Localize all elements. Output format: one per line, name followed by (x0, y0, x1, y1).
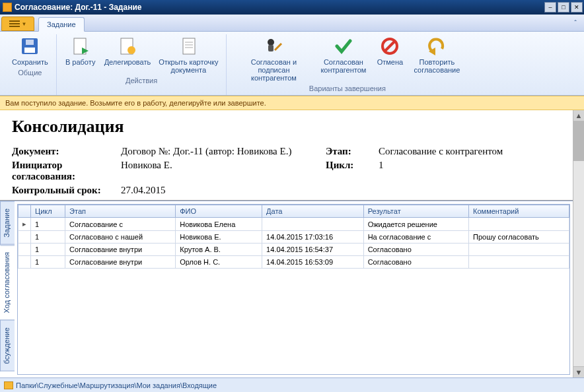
start-work-label: В работу (65, 58, 95, 66)
start-work-button[interactable]: В работу (61, 34, 100, 75)
col-comment[interactable]: Комментарий (469, 205, 569, 218)
folder-icon (4, 381, 13, 389)
row-indicator (18, 256, 31, 269)
forbidden-icon (379, 36, 400, 57)
svg-rect-2 (26, 40, 34, 45)
agreed-label: Согласован контрагентом (320, 58, 366, 74)
agreed-signed-label: Согласован и подписан контрагентом (235, 58, 312, 82)
approval-grid: Цикл Этап ФИО Дата Результат Комментарий… (17, 204, 570, 375)
agreed-button[interactable]: Согласован контрагентом (316, 34, 370, 83)
check-icon (333, 36, 354, 57)
cell-stage: Согласование внутри (65, 256, 176, 269)
delegate-button[interactable]: Делегировать (100, 34, 155, 75)
col-stage[interactable]: Этап (65, 205, 176, 218)
document-icon (178, 36, 199, 57)
open-card-button[interactable]: Открыть карточку документа (155, 34, 222, 75)
svg-rect-7 (183, 38, 195, 54)
minimize-button[interactable]: – (544, 2, 556, 13)
cell-comment: Прошу согласовать (469, 231, 569, 244)
ribbon: Сохранить Общие В работу Делегировать (0, 32, 584, 96)
repeat-button[interactable]: Повторить согласование (410, 34, 464, 83)
cell-comment (469, 244, 569, 256)
group-label-results: Варианты завершения (231, 83, 464, 95)
table-row[interactable]: 1Согласовано с нашейНовикова Е.14.04.201… (18, 231, 569, 244)
scroll-up-icon[interactable]: ▲ (573, 110, 584, 121)
scroll-thumb[interactable] (573, 121, 584, 161)
col-date[interactable]: Дата (262, 205, 364, 218)
side-tab-progress[interactable]: Ход согласования (0, 245, 15, 320)
scrollbar[interactable]: ▲ ▼ (573, 110, 584, 377)
svg-line-14 (384, 41, 395, 51)
cell-date: 14.04.2015 17:03:16 (262, 231, 364, 244)
scroll-down-icon[interactable]: ▼ (573, 366, 584, 377)
svg-rect-1 (24, 48, 35, 53)
svg-rect-12 (268, 45, 274, 51)
row-indicator (18, 244, 31, 256)
ribbon-collapse-icon[interactable]: ˆ (571, 18, 580, 28)
document-play-icon (70, 36, 91, 57)
ribbon-group-general: Сохранить Общие (4, 34, 57, 95)
agreed-signed-button[interactable]: Согласован и подписан контрагентом (231, 34, 316, 83)
cell-fio: Крутов А. В. (176, 244, 262, 256)
side-tab-task[interactable]: Задание (0, 201, 15, 245)
cell-result: Ожидается решение (363, 218, 468, 231)
chevron-down-icon: ▼ (22, 21, 27, 27)
tab-task[interactable]: Задание (38, 17, 85, 32)
cell-comment (469, 218, 569, 231)
document-header: Консолидация Документ: Договор №: Дог.-1… (0, 110, 573, 201)
cancel-button[interactable]: Отмена (370, 34, 410, 83)
value-stage: Согласование с контрагентом (379, 146, 561, 157)
window-title: Согласование: Дог.-11 - Задание (15, 3, 544, 12)
cell-cycle: 1 (31, 244, 65, 256)
col-indicator (18, 205, 31, 218)
cell-fio: Новикова Елена (176, 218, 262, 231)
cell-cycle: 1 (31, 218, 65, 231)
menu-icon (9, 20, 20, 27)
label-stage: Этап: (326, 146, 379, 157)
delegate-label: Делегировать (104, 58, 151, 66)
cell-fio: Орлов Н. С. (176, 256, 262, 269)
row-indicator (18, 231, 31, 244)
file-menu-button[interactable]: ▼ (1, 16, 34, 31)
cell-comment (469, 256, 569, 269)
ribbon-tabstrip: ▼ Задание ˆ (0, 15, 584, 32)
breadcrumb[interactable]: Папки\Служебные\Маршрутизация\Мои задани… (16, 381, 217, 389)
cell-result: На согласование с (363, 231, 468, 244)
delegate-icon (117, 36, 138, 57)
save-button[interactable]: Сохранить (8, 34, 52, 67)
open-card-label: Открыть карточку документа (159, 58, 218, 74)
col-cycle[interactable]: Цикл (31, 205, 65, 218)
cell-date (262, 218, 364, 231)
group-label-actions: Действия (61, 75, 223, 87)
side-tab-discussion[interactable]: бсуждение (0, 320, 15, 372)
notice-bar: Вам поступило задание. Возьмите его в ра… (0, 96, 584, 110)
col-fio[interactable]: ФИО (176, 205, 262, 218)
approval-table: Цикл Этап ФИО Дата Результат Комментарий… (18, 205, 569, 269)
col-result[interactable]: Результат (363, 205, 468, 218)
ribbon-group-actions: В работу Делегировать Открыть карточку д… (57, 34, 227, 95)
repeat-label: Повторить согласование (414, 58, 460, 74)
undo-icon (426, 36, 447, 57)
table-row[interactable]: ▸1Согласование сНовикова ЕленаОжидается … (18, 218, 569, 231)
table-row[interactable]: 1Согласование внутриОрлов Н. С.14.04.201… (18, 256, 569, 269)
cell-cycle: 1 (31, 256, 65, 269)
svg-point-11 (268, 39, 274, 46)
label-document: Документ: (12, 146, 121, 157)
value-initiator: Новикова Е. (121, 160, 326, 182)
sign-icon (263, 36, 284, 57)
cell-date: 14.04.2015 16:53:09 (262, 256, 364, 269)
cell-stage: Согласование внутри (65, 244, 176, 256)
cell-cycle: 1 (31, 231, 65, 244)
cell-result: Согласовано (363, 244, 468, 256)
cell-stage: Согласование с (65, 218, 176, 231)
maximize-button[interactable]: □ (558, 2, 569, 13)
cell-date: 14.04.2015 16:54:37 (262, 244, 364, 256)
cell-fio: Новикова Е. (176, 231, 262, 244)
status-bar: Папки\Служебные\Маршрутизация\Мои задани… (0, 377, 584, 392)
close-button[interactable]: ✕ (571, 2, 583, 13)
app-icon (3, 3, 12, 12)
table-row[interactable]: 1Согласование внутриКрутов А. В.14.04.20… (18, 244, 569, 256)
title-bar: Согласование: Дог.-11 - Задание – □ ✕ (0, 0, 584, 15)
save-label: Сохранить (12, 58, 48, 66)
ribbon-group-results: Согласован и подписан контрагентом Согла… (227, 34, 468, 95)
